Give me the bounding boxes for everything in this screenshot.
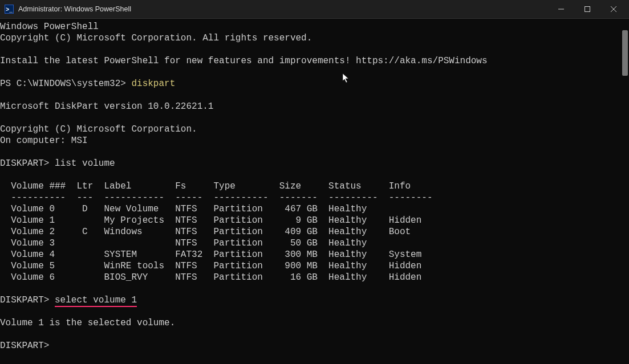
volume-table-header: Volume ### Ltr Label Fs Type Size Status… <box>0 181 411 191</box>
diskpart-prompt-3: DISKPART> <box>0 341 49 351</box>
cmd-list-volume: list volume <box>55 158 115 169</box>
diskpart-computer: On computer: MSI <box>0 136 88 146</box>
maximize-icon <box>585 6 590 12</box>
scrollbar-track[interactable] <box>621 19 629 364</box>
diskpart-prompt-2: DISKPART> <box>0 295 55 305</box>
powershell-icon: >_ <box>5 5 14 14</box>
diskpart-version: Microsoft DiskPart version 10.0.22621.1 <box>0 101 213 112</box>
table-row: Volume 5 WinRE tools NTFS Partition 900 … <box>0 261 421 271</box>
close-button[interactable] <box>600 0 627 18</box>
table-row: Volume 1 My Projects NTFS Partition 9 GB… <box>0 215 421 226</box>
intro-line-1: Windows PowerShell <box>0 22 99 32</box>
volume-table-divider: ---------- --- ----------- ----- -------… <box>0 193 433 203</box>
cmd-select-volume: select volume 1 <box>55 295 137 307</box>
diskpart-copyright: Copyright (C) Microsoft Corporation. <box>0 124 197 134</box>
close-icon <box>611 6 616 12</box>
maximize-button[interactable] <box>574 0 600 18</box>
intro-line-3: Install the latest PowerShell for new fe… <box>0 56 488 66</box>
table-row: Volume 2 C Windows NTFS Partition 409 GB… <box>0 227 411 237</box>
scrollbar-thumb[interactable] <box>622 30 628 76</box>
table-row: Volume 3 NTFS Partition 50 GB Healthy <box>0 238 367 248</box>
titlebar[interactable]: >_ Administrator: Windows PowerShell <box>0 0 629 19</box>
table-row: Volume 4 SYSTEM FAT32 Partition 300 MB H… <box>0 250 421 260</box>
intro-line-2: Copyright (C) Microsoft Corporation. All… <box>0 33 312 43</box>
diskpart-prompt-1: DISKPART> <box>0 158 55 169</box>
ps-prompt: PS C:\WINDOWS\system32> <box>0 79 131 89</box>
table-row: Volume 6 BIOS_RVY NTFS Partition 16 GB H… <box>0 272 421 283</box>
window-title: Administrator: Windows PowerShell <box>18 5 131 13</box>
terminal-area[interactable]: Windows PowerShell Copyright (C) Microso… <box>0 19 629 364</box>
cmd-diskpart: diskpart <box>131 79 175 89</box>
table-row: Volume 0 D New Volume NTFS Partition 467… <box>0 204 367 214</box>
terminal-output[interactable]: Windows PowerShell Copyright (C) Microso… <box>0 21 620 364</box>
powershell-window: >_ Administrator: Windows PowerShell Win… <box>0 0 629 364</box>
minimize-button[interactable] <box>548 0 574 18</box>
svg-rect-1 <box>585 7 590 12</box>
select-response: Volume 1 is the selected volume. <box>0 318 175 328</box>
minimize-icon <box>558 6 564 12</box>
